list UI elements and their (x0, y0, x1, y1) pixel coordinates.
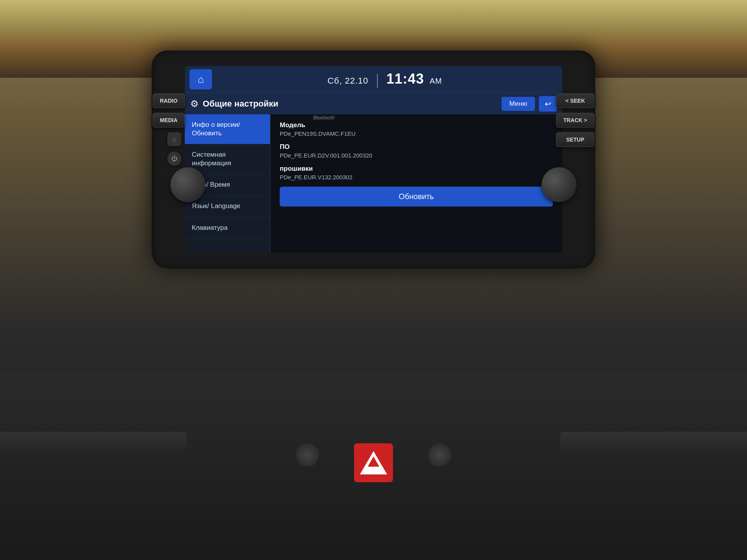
gear-icon: ⚙ (190, 98, 199, 109)
climate-knob-left[interactable] (296, 443, 319, 467)
sw-label: ПО (280, 143, 553, 151)
hazard-triangle-icon (360, 451, 387, 474)
ampm-display: AM (430, 77, 442, 85)
status-bar: ⌂ Сб, 22.10 11:43 AM (185, 66, 562, 93)
infotainment-screen: ⌂ Сб, 22.10 11:43 AM ⚙ Общие настройки М… (185, 66, 562, 253)
vent-strip-left (0, 432, 187, 455)
power-icon: ⏻ (171, 155, 177, 162)
climate-knob-right[interactable] (428, 443, 451, 467)
left-hardware-buttons: RADIO MEDIA (153, 93, 185, 128)
settings-bar: ⚙ Общие настройки Меню ↩ (185, 93, 562, 114)
star-icon: ☆ (172, 136, 177, 143)
media-button[interactable]: MEDIA (153, 113, 185, 128)
model-block: Модель PDe_PEN19S.DVAMC.F1EU (280, 121, 553, 137)
power-button[interactable]: ⏻ (167, 152, 181, 166)
radio-button[interactable]: RADIO (153, 93, 185, 108)
date-display: Сб, 22.10 (328, 76, 368, 86)
hazard-button-area (354, 443, 393, 482)
menu-button[interactable]: Меню (502, 97, 535, 111)
sidebar-item-version[interactable]: Инфо о версии/ Обновить (185, 114, 270, 144)
time-separator (377, 74, 378, 88)
firmware-block: прошивки PDe_PE.EUR.V132.200302 (280, 165, 553, 180)
main-info-panel: Модель PDe_PEN19S.DVAMC.F1EU ПО PDe_PE.E… (270, 114, 562, 253)
hazard-button[interactable] (354, 443, 393, 482)
volume-knob[interactable] (170, 167, 205, 202)
time-display: 11:43 (386, 71, 424, 87)
model-label: Модель (280, 121, 553, 129)
tuner-knob[interactable] (542, 167, 577, 202)
sidebar-item-keyboard[interactable]: Клавиатура (185, 217, 270, 239)
sw-block: ПО PDe_PE.EUR.D2V.001.001.200320 (280, 143, 553, 159)
setup-button[interactable]: SETUP (556, 132, 594, 147)
vent-strip-right (560, 432, 747, 455)
home-icon: ⌂ (198, 74, 204, 86)
settings-title: Общие настройки (203, 99, 498, 109)
right-hardware-buttons: < SEEK TRACK > SETUP (556, 93, 594, 147)
date-time-display: Сб, 22.10 11:43 AM (212, 71, 558, 88)
model-value: PDe_PEN19S.DVAMC.F1EU (280, 130, 553, 137)
sw-value: PDe_PE.EUR.D2V.001.001.200320 (280, 152, 553, 159)
back-button[interactable]: ↩ (539, 96, 557, 112)
star-button[interactable]: ☆ (167, 132, 181, 146)
content-area: Инфо о версии/ Обновить Системная информ… (185, 114, 562, 253)
head-unit-bezel: Bluetooth ⌂ Сб, 22.10 11:43 AM ⚙ Общие н… (152, 51, 595, 268)
bluetooth-label: Bluetooth (313, 115, 335, 121)
update-button[interactable]: Обновить (280, 187, 553, 206)
firmware-label: прошивки (280, 165, 553, 173)
track-forward-button[interactable]: TRACK > (556, 113, 594, 128)
home-button[interactable]: ⌂ (189, 69, 212, 89)
firmware-value: PDe_PE.EUR.V132.200302 (280, 174, 553, 180)
seek-back-button[interactable]: < SEEK (556, 93, 594, 108)
